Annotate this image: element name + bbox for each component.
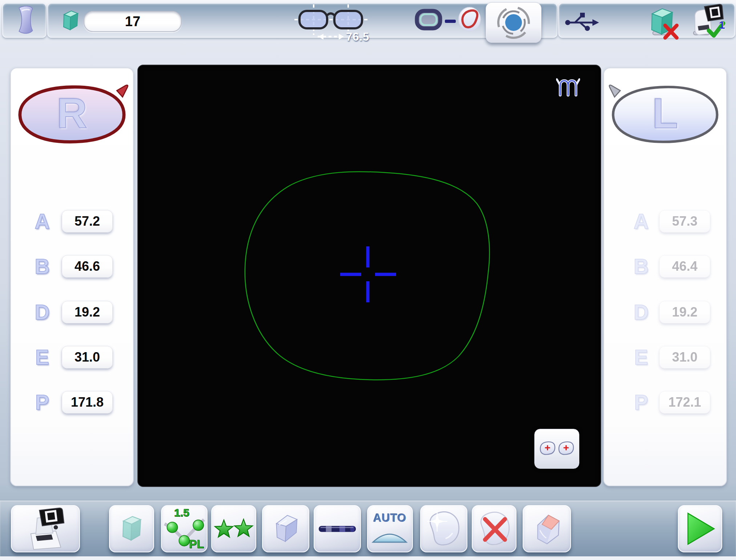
chamfer-block-button[interactable] <box>523 505 571 552</box>
frame-shape-icon <box>414 8 443 31</box>
dim-e-label: E <box>28 345 56 369</box>
start-button[interactable] <box>678 505 722 552</box>
dim-p-value[interactable]: 172.1 <box>659 391 710 414</box>
auto-label: AUTO <box>368 512 412 525</box>
start-play-icon <box>683 510 717 548</box>
dim-a-label: A <box>28 209 56 233</box>
dim-a-value[interactable]: 57.2 <box>62 210 113 233</box>
groove-drill-icon <box>317 521 357 537</box>
right-lens-panel: R A 57.2 B 46.6 D 19.2 E 31.0 P 171.8 <box>10 68 134 486</box>
edger-count-badge: 1 <box>719 19 725 31</box>
auto-bevel-button[interactable]: AUTO <box>367 505 413 552</box>
job-block-icon[interactable] <box>60 9 81 33</box>
bevel-block-button[interactable] <box>262 505 309 552</box>
cancel-lens-icon <box>475 509 513 549</box>
measurement-row-p: P 171.8 <box>11 391 133 414</box>
measurement-row-p: P 172.1 <box>604 391 726 414</box>
quality-stars-button[interactable] <box>211 505 256 552</box>
menu-block-icon[interactable] <box>12 6 39 34</box>
material-button[interactable]: 1.5 PL <box>161 505 208 552</box>
shape-display <box>137 65 601 487</box>
frame-marker-icon <box>556 76 580 98</box>
right-lens-letter: R <box>14 78 130 149</box>
dim-d-label: D <box>627 300 655 324</box>
polish-lens-icon <box>425 508 463 549</box>
usb-icon <box>564 12 599 31</box>
measurement-row-d: D 19.2 <box>11 301 133 324</box>
lens-edger-screen: 17 76.5 <box>0 0 736 560</box>
optical-center-crosshair <box>340 246 396 302</box>
material-code-label: PL <box>189 537 204 551</box>
tracer-button[interactable] <box>11 505 80 552</box>
left-lens-letter: L <box>607 78 723 149</box>
right-lens-button[interactable]: R <box>14 78 130 149</box>
retouch-circle-icon <box>488 4 539 41</box>
quality-stars-icon <box>213 515 255 542</box>
dim-p-value[interactable]: 171.8 <box>62 391 113 414</box>
auto-bevel-icon <box>371 529 409 544</box>
dim-a-label: A <box>627 209 655 233</box>
left-lens-button[interactable]: L <box>607 78 723 149</box>
dim-a-value[interactable]: 57.3 <box>659 210 710 233</box>
dim-b-value[interactable]: 46.4 <box>659 255 710 278</box>
dim-b-label: B <box>28 254 56 278</box>
left-lens-panel: L A 57.3 B 46.4 D 19.2 E 31.0 P 172.1 <box>603 68 727 486</box>
measurement-row-b: B 46.4 <box>604 255 726 278</box>
lens-trace-outline <box>245 172 490 380</box>
groove-drill-button[interactable] <box>314 505 361 552</box>
tracer-disconnected-icon <box>646 4 680 40</box>
lens-trace-canvas <box>138 65 600 486</box>
cancel-lens-button[interactable] <box>472 505 516 552</box>
dim-p-label: P <box>627 390 655 414</box>
both-lenses-icon <box>538 438 576 459</box>
dim-d-label: D <box>28 300 56 324</box>
measurement-row-d: D 19.2 <box>604 301 726 324</box>
tracer-icon <box>18 507 73 550</box>
polish-lens-button[interactable] <box>420 505 467 552</box>
chamfer-block-icon <box>528 509 566 549</box>
block-icon <box>119 513 144 544</box>
dim-e-value[interactable]: 31.0 <box>62 346 113 368</box>
retouch-button[interactable] <box>486 2 542 43</box>
both-lenses-view-button[interactable] <box>534 429 579 469</box>
measurement-row-a: A 57.2 <box>11 210 133 233</box>
dim-b-label: B <box>627 254 655 278</box>
dim-p-label: P <box>28 390 56 414</box>
dim-d-value[interactable]: 19.2 <box>659 301 710 323</box>
minus-icon <box>445 20 456 23</box>
measurement-row-e: E 31.0 <box>604 346 726 369</box>
bevel-block-icon <box>267 509 305 548</box>
dim-d-value[interactable]: 19.2 <box>62 301 113 323</box>
measurement-row-b: B 46.6 <box>11 255 133 278</box>
measurement-row-e: E 31.0 <box>11 346 133 369</box>
dim-e-label: E <box>627 345 655 369</box>
measurement-row-a: A 57.3 <box>604 210 726 233</box>
material-index-label: 1.5 <box>174 507 189 519</box>
pd-value: 76.5 <box>346 31 369 44</box>
dim-b-value[interactable]: 46.6 <box>62 255 113 278</box>
job-number-input[interactable]: 17 <box>84 11 182 32</box>
dim-e-value[interactable]: 31.0 <box>659 346 710 368</box>
block-button[interactable] <box>109 505 154 552</box>
lens-shape-icon <box>457 6 482 33</box>
